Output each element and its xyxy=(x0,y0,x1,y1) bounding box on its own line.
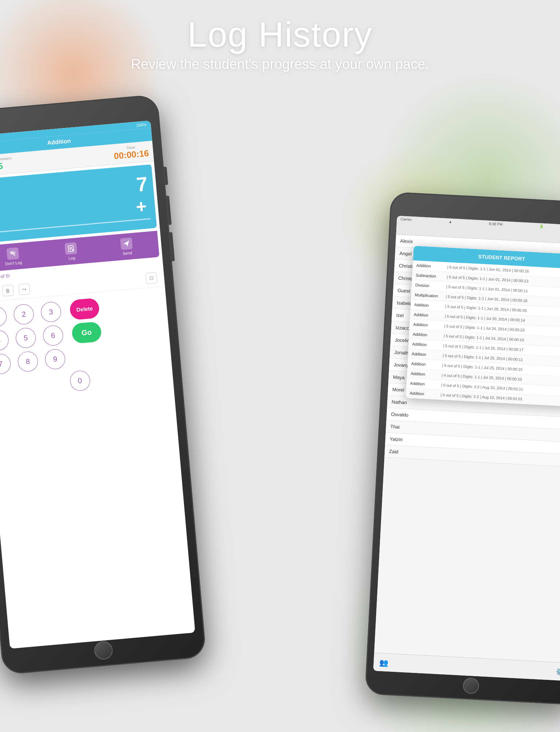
send-action[interactable]: Send xyxy=(120,237,133,256)
report-subject: Addition xyxy=(412,351,443,357)
student-name: Nathan xyxy=(392,399,407,405)
report-subject: Addition xyxy=(416,263,448,269)
trash-button[interactable]: 🗑 xyxy=(2,285,14,297)
report-details: | 5 out of 5 | Digits: 1-1 | Jul 25, 201… xyxy=(442,363,522,372)
dont-log-label: Don't Log xyxy=(5,260,22,266)
num-btn-1[interactable]: 1 xyxy=(0,306,7,328)
report-subject: Subtraction xyxy=(416,273,447,279)
report-details: | 5 out of 5 | Digits: 1-1 | Jun 01, 201… xyxy=(446,284,528,293)
right-battery-icon: 🔋 xyxy=(539,224,544,229)
num-btn-7[interactable]: 7 xyxy=(0,353,12,375)
report-details: | 5 out of 5 | Digits: 1-1 | Jul 24, 201… xyxy=(444,334,524,342)
report-details: | 5 out of 5 | Digits: 1-1 | Jul 25, 201… xyxy=(443,343,524,352)
math-number1: 7 xyxy=(135,172,148,196)
report-subject: Addition xyxy=(411,371,442,377)
student-name: Jovany xyxy=(393,362,409,368)
right-carrier: Carrier xyxy=(400,217,412,222)
timer-value: 00:00:16 xyxy=(113,148,149,161)
student-name: Alexis xyxy=(400,238,413,244)
report-subject: Addition xyxy=(414,312,445,318)
ipad-left-home-button[interactable] xyxy=(94,640,113,660)
num-btn-9[interactable]: 9 xyxy=(44,348,66,370)
report-title: STUDENT REPORT xyxy=(478,254,525,262)
svg-line-3 xyxy=(69,247,72,248)
student-name: Thai xyxy=(390,424,400,430)
report-subject: Division xyxy=(415,283,447,289)
student-name: Isabela xyxy=(397,300,412,306)
num-btn-6[interactable]: 6 xyxy=(42,325,64,347)
report-details: | 5 out of 5 | Digits: 1-1 | Jun 01, 201… xyxy=(447,274,528,283)
ipad-left-timer: Timer 00:00:16 xyxy=(113,144,149,161)
num-btn-4[interactable]: 4 xyxy=(0,330,9,351)
student-report-modal: STUDENT REPORT ✕ Addition| 5 out of 5 | … xyxy=(406,246,560,407)
student-name: Angel xyxy=(399,250,412,257)
right-settings-icon[interactable]: ⚙️ xyxy=(556,667,560,676)
report-subject: Addition xyxy=(414,303,446,308)
num-btn-2[interactable]: 2 xyxy=(13,303,35,325)
report-details: | 5 out of 5 | Digits: 1-1 | Jun 01, 201… xyxy=(447,265,529,273)
header: Log History Review the student's progres… xyxy=(0,15,560,72)
student-name: Maya xyxy=(393,374,405,381)
ipad-left-battery: 100% xyxy=(136,122,147,127)
page-subtitle: Review the student's progress at your ow… xyxy=(0,57,560,72)
student-name: Morel xyxy=(392,387,404,393)
num-btn-0[interactable]: 0 xyxy=(69,370,91,392)
log-action[interactable]: Log xyxy=(65,242,78,261)
log-icon xyxy=(65,242,77,255)
student-name: Osvaldo xyxy=(391,412,408,418)
report-rows: Addition| 5 out of 5 | Digits: 1-1 | Jun… xyxy=(406,260,560,407)
report-details: | 0 out of 5 | Digits: 2-2 | Aug 10, 201… xyxy=(440,393,522,401)
dont-log-action[interactable]: Don't Log xyxy=(4,247,22,266)
stat-answers-value: 5 xyxy=(0,161,3,171)
student-name: Yatziri xyxy=(390,436,403,443)
report-subject: Addition xyxy=(413,322,444,328)
report-subject: Addition xyxy=(409,391,441,397)
report-details: | 4 out of 5 | Digits: 1-1 | Jul 25, 201… xyxy=(442,373,522,382)
numpad-area: 1 2 3 Delete 4 5 6 Go 7 8 9 0 xyxy=(0,287,174,404)
report-subject: Addition xyxy=(412,342,443,347)
dont-log-icon xyxy=(7,247,19,260)
go-button[interactable]: Go xyxy=(71,322,102,344)
report-details: | 5 out of 5 | Digits: 1-1 | Jul 25, 201… xyxy=(443,353,523,362)
svg-line-4 xyxy=(70,248,73,249)
report-details: | 0 out of 5 | Digits: 2-2 | Aug 10, 201… xyxy=(441,383,523,392)
log-label: Log xyxy=(68,256,75,261)
select-button[interactable]: ⊡ xyxy=(145,272,158,284)
right-students-icon[interactable]: 👥 xyxy=(379,658,388,667)
page-title: Log History xyxy=(0,15,560,55)
student-name: Izzacc xyxy=(396,325,409,331)
ipad-right-home-button[interactable] xyxy=(463,677,479,694)
report-subject: Multiplication xyxy=(415,293,446,299)
num-btn-5[interactable]: 5 xyxy=(15,327,37,349)
send-label: Send xyxy=(122,250,132,256)
math-problem-area: 7 + xyxy=(0,164,157,244)
report-details: | 5 out of 5 | Digits: 1-1 | Jul 20, 201… xyxy=(445,314,525,323)
report-details: | 5 out of 5 | Digits: 1-1 | Jun 29, 201… xyxy=(445,304,527,313)
ipad-left-nav-title: Addition xyxy=(47,138,71,146)
result-text-content: ght out of 5! xyxy=(0,273,10,281)
report-subject: Addition xyxy=(411,361,443,367)
report-subject: Addition xyxy=(413,332,444,338)
redo-button[interactable]: ↪ xyxy=(18,283,30,295)
student-name: Jocelin xyxy=(395,337,410,343)
student-name: Guest xyxy=(397,288,410,294)
math-operator: + xyxy=(135,195,147,217)
num-btn-3[interactable]: 3 xyxy=(40,301,62,323)
num-btn-8[interactable]: 8 xyxy=(17,351,39,373)
ipad-right-screen: Carrier ▲ 8:38 PM 🔋 100% 👤 Alexis›Angel›… xyxy=(373,216,560,681)
ipad-left-stat-answers: Good Answers 5 xyxy=(0,156,13,172)
ipad-left: 8:58 PM 100% Addition s Left 5 Good Answ… xyxy=(0,94,206,675)
report-subject: Addition xyxy=(410,381,442,387)
ipad-left-screen: 8:58 PM 100% Addition s Left 5 Good Answ… xyxy=(0,120,195,649)
right-wifi-icon: ▲ xyxy=(448,219,452,224)
student-name: Zaid xyxy=(389,448,398,454)
student-name: Izel xyxy=(396,312,404,318)
send-icon xyxy=(120,237,133,250)
right-time: 8:38 PM xyxy=(489,222,503,226)
ipad-right: Carrier ▲ 8:38 PM 🔋 100% 👤 Alexis›Angel›… xyxy=(365,192,560,705)
delete-button[interactable]: Delete xyxy=(69,298,100,320)
report-details: | 5 out of 5 | Digits: 1-1 | Jun 01, 201… xyxy=(446,294,527,303)
report-details: | 5 out of 5 | Digits: 1-1 | Jul 24, 201… xyxy=(444,324,525,332)
